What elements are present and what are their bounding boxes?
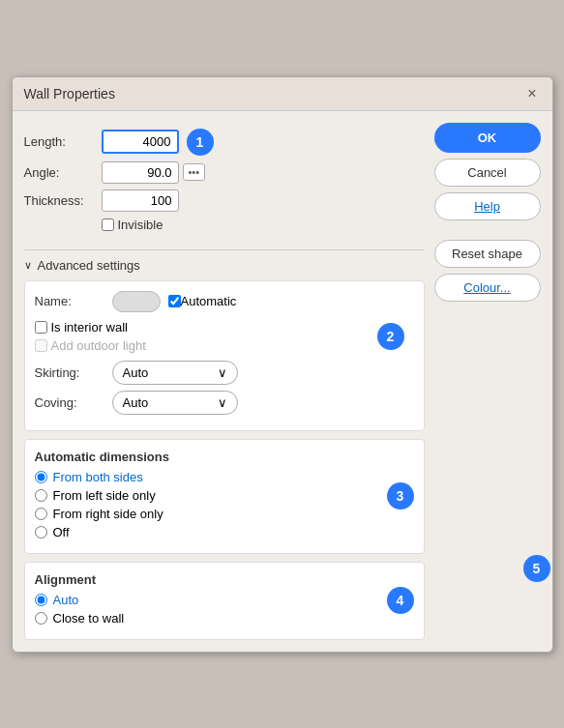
badge-3: 3 bbox=[387, 482, 414, 510]
coving-value: Auto bbox=[123, 395, 149, 410]
align-auto-row: Auto bbox=[35, 593, 414, 607]
radio-from-left-input[interactable] bbox=[35, 489, 47, 502]
is-interior-label: Is interior wall bbox=[51, 320, 128, 335]
invisible-label: Invisible bbox=[118, 218, 163, 232]
length-input[interactable] bbox=[102, 130, 179, 154]
automatic-checkbox[interactable] bbox=[168, 295, 181, 307]
dialog-body: Length: 1 Angle: ••• Thickness: Invisibl… bbox=[13, 111, 552, 652]
radio-from-both-label: From both sides bbox=[53, 470, 143, 484]
align-close-label: Close to wall bbox=[53, 611, 125, 626]
radio-from-right-input[interactable] bbox=[35, 508, 47, 520]
radio-off-input[interactable] bbox=[35, 526, 47, 539]
radio-from-both: From both sides bbox=[35, 470, 414, 484]
alignment-title: Alignment bbox=[35, 572, 414, 587]
coving-chevron-icon: ∨ bbox=[218, 395, 227, 410]
ok-button[interactable]: OK bbox=[434, 123, 541, 153]
radio-from-right: From right side only bbox=[35, 507, 414, 521]
radio-from-left: From left side only bbox=[35, 488, 414, 503]
badge-5: 5 bbox=[523, 555, 550, 582]
add-outdoor-label: Add outdoor light bbox=[51, 338, 146, 353]
interior-section: Is interior wall Add outdoor light 2 bbox=[35, 320, 414, 353]
wall-properties-dialog: Wall Properties × Length: 1 Angle: ••• T… bbox=[12, 76, 553, 653]
angle-input[interactable] bbox=[102, 161, 179, 184]
automatic-checkbox-row: Automatic bbox=[168, 294, 237, 308]
angle-row: Angle: ••• bbox=[24, 161, 425, 184]
badge-1: 1 bbox=[187, 129, 214, 156]
advanced-settings-toggle[interactable]: ∨ Advanced settings bbox=[24, 258, 425, 273]
name-label: Name: bbox=[35, 294, 112, 308]
align-auto-label: Auto bbox=[53, 593, 79, 607]
align-auto-input[interactable] bbox=[35, 594, 47, 606]
invisible-checkbox[interactable] bbox=[102, 218, 114, 231]
reset-shape-button[interactable]: Reset shape bbox=[434, 240, 541, 268]
skirting-row: Skirting: Auto ∨ bbox=[35, 361, 414, 385]
help-button[interactable]: Help bbox=[434, 192, 541, 220]
title-bar: Wall Properties × bbox=[13, 77, 552, 111]
align-close-input[interactable] bbox=[35, 612, 47, 625]
thickness-row: Thickness: bbox=[24, 189, 425, 212]
is-interior-checkbox[interactable] bbox=[35, 321, 47, 334]
automatic-label: Automatic bbox=[181, 294, 237, 308]
auto-dims-section: Automatic dimensions From both sides Fro… bbox=[24, 439, 425, 554]
side-buttons: OK Cancel Help Reset shape Colour... bbox=[434, 123, 541, 302]
skirting-label: Skirting: bbox=[35, 365, 112, 380]
badge-4: 4 bbox=[387, 587, 414, 614]
skirting-chevron-icon: ∨ bbox=[218, 365, 227, 380]
radio-off: Off bbox=[35, 525, 414, 539]
colour-button[interactable]: Colour... bbox=[434, 274, 541, 302]
radio-off-label: Off bbox=[53, 525, 70, 539]
advanced-toggle-label: Advanced settings bbox=[38, 258, 140, 273]
coving-row: Coving: Auto ∨ bbox=[35, 391, 414, 415]
angle-dots-button[interactable]: ••• bbox=[183, 163, 206, 181]
add-outdoor-checkbox[interactable] bbox=[35, 339, 47, 352]
align-close-row: Close to wall bbox=[35, 611, 414, 626]
alignment-section: Alignment Auto Close to wall 4 bbox=[24, 562, 425, 640]
cancel-button[interactable]: Cancel bbox=[434, 159, 541, 187]
main-content: Length: 1 Angle: ••• Thickness: Invisibl… bbox=[24, 123, 425, 640]
name-toggle-input[interactable] bbox=[112, 291, 161, 312]
skirting-select[interactable]: Auto ∨ bbox=[112, 361, 238, 385]
thickness-input[interactable] bbox=[102, 189, 179, 212]
coving-label: Coving: bbox=[35, 395, 112, 410]
close-button[interactable]: × bbox=[523, 85, 540, 102]
is-interior-row: Is interior wall bbox=[35, 320, 414, 335]
badge-2: 2 bbox=[377, 323, 404, 350]
skirting-value: Auto bbox=[123, 365, 149, 380]
invisible-row: Invisible bbox=[102, 218, 425, 232]
name-row: Name: Automatic bbox=[35, 291, 414, 312]
advanced-section: Name: Automatic Is interior wall bbox=[24, 280, 425, 431]
dialog-title: Wall Properties bbox=[24, 86, 115, 102]
coving-select[interactable]: Auto ∨ bbox=[112, 391, 238, 415]
radio-from-right-label: From right side only bbox=[53, 507, 163, 521]
auto-dims-title: Automatic dimensions bbox=[35, 450, 414, 464]
add-outdoor-row: Add outdoor light bbox=[35, 338, 414, 353]
radio-from-left-label: From left side only bbox=[53, 488, 156, 503]
side-wrapper: OK Cancel Help Reset shape Colour... 5 bbox=[434, 123, 541, 640]
radio-from-both-input[interactable] bbox=[35, 471, 47, 483]
length-label: Length: bbox=[24, 134, 102, 149]
length-row: Length: 1 bbox=[24, 129, 425, 156]
angle-label: Angle: bbox=[24, 165, 102, 180]
chevron-down-icon: ∨ bbox=[24, 259, 32, 272]
thickness-label: Thickness: bbox=[24, 193, 102, 208]
